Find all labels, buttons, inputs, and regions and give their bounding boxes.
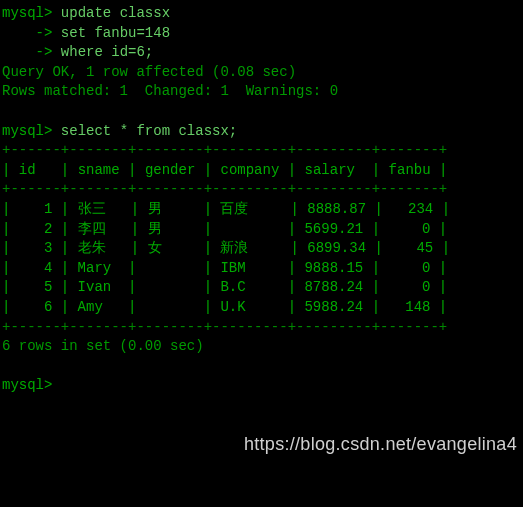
- cmd-line-1: mysql> update classx: [2, 4, 521, 24]
- table-row: | 6 | Amy | | U.K | 5988.24 | 148 |: [2, 298, 521, 318]
- header-sname: sname: [78, 162, 120, 178]
- cmd-line-3: -> where id=6;: [2, 43, 521, 63]
- table-border-mid: +------+-------+--------+---------+-----…: [2, 180, 521, 200]
- cont-prompt: ->: [2, 44, 52, 60]
- blank-line-2: [2, 357, 521, 377]
- watermark: https://blog.csdn.net/evangelina4: [244, 432, 517, 457]
- sql-set: set fanbu=148: [61, 25, 170, 41]
- prompt: mysql>: [2, 123, 52, 139]
- prompt: mysql>: [2, 5, 52, 21]
- header-id: id: [19, 162, 53, 178]
- cmd-select: mysql> select * from classx;: [2, 122, 521, 142]
- table-row: | 5 | Ivan | | B.C | 8788.24 | 0 |: [2, 278, 521, 298]
- header-salary: salary: [305, 162, 364, 178]
- table-body: | 1 | 张三 | 男 | 百度 | 8888.87 | 234 || 2 |…: [2, 200, 521, 318]
- sql-where: where id=6;: [61, 44, 153, 60]
- table-row: | 4 | Mary | | IBM | 9888.15 | 0 |: [2, 259, 521, 279]
- cmd-line-2: -> set fanbu=148: [2, 24, 521, 44]
- rows-matched: Rows matched: 1 Changed: 1 Warnings: 0: [2, 82, 521, 102]
- table-row: | 2 | 李四 | 男 | | 5699.21 | 0 |: [2, 220, 521, 240]
- header-company: company: [221, 162, 280, 178]
- cont-prompt: ->: [2, 25, 52, 41]
- sql-update: update classx: [61, 5, 170, 21]
- prompt-waiting[interactable]: mysql>: [2, 376, 521, 396]
- rows-in-set: 6 rows in set (0.00 sec): [2, 337, 521, 357]
- header-fanbu: fanbu: [389, 162, 431, 178]
- table-row: | 3 | 老朱 | 女 | 新浪 | 6899.34 | 45 |: [2, 239, 521, 259]
- header-gender: gender: [145, 162, 195, 178]
- table-row: | 1 | 张三 | 男 | 百度 | 8888.87 | 234 |: [2, 200, 521, 220]
- sql-select: select * from classx;: [61, 123, 237, 139]
- blank-line: [2, 102, 521, 122]
- prompt: mysql>: [2, 377, 52, 393]
- table-border-bottom: +------+-------+--------+---------+-----…: [2, 318, 521, 338]
- query-ok: Query OK, 1 row affected (0.08 sec): [2, 63, 521, 83]
- table-border-top: +------+-------+--------+---------+-----…: [2, 141, 521, 161]
- table-header-row: | id | sname | gender | company | salary…: [2, 161, 521, 181]
